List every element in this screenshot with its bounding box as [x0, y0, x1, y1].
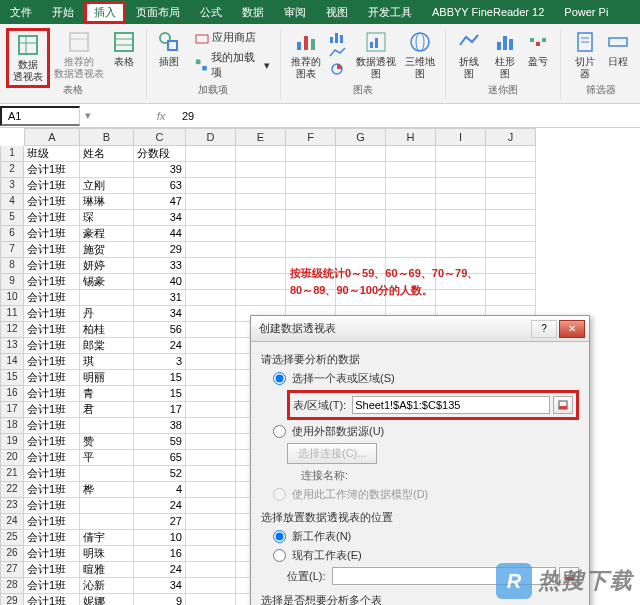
cell[interactable]	[486, 290, 536, 306]
cell[interactable]	[386, 178, 436, 194]
cell[interactable]: 会计1班	[24, 354, 80, 370]
cell[interactable]	[386, 194, 436, 210]
cell[interactable]: 31	[134, 290, 186, 306]
cell[interactable]	[286, 162, 336, 178]
cell[interactable]	[186, 402, 236, 418]
cell[interactable]	[186, 258, 236, 274]
cell[interactable]	[286, 210, 336, 226]
sparkline-winloss-button[interactable]: 盈亏	[522, 28, 554, 82]
cell[interactable]	[486, 146, 536, 162]
row-header[interactable]: 29	[0, 594, 24, 605]
radio-select-range[interactable]: 选择一个表或区域(S)	[273, 371, 579, 386]
formula-input[interactable]: 29	[176, 108, 640, 124]
cell[interactable]: 施贺	[80, 242, 134, 258]
cell[interactable]	[286, 226, 336, 242]
row-header[interactable]: 10	[0, 290, 24, 306]
cell[interactable]	[386, 162, 436, 178]
cell[interactable]: 君	[80, 402, 134, 418]
table-button[interactable]: 表格	[108, 28, 140, 88]
row-header[interactable]: 11	[0, 306, 24, 322]
cell[interactable]: 24	[134, 498, 186, 514]
cell[interactable]: 分数段	[134, 146, 186, 162]
cell[interactable]	[486, 162, 536, 178]
cell[interactable]: 会计1班	[24, 594, 80, 605]
cell[interactable]	[186, 530, 236, 546]
cell[interactable]	[236, 162, 286, 178]
cell[interactable]	[186, 354, 236, 370]
row-header[interactable]: 21	[0, 466, 24, 482]
cell[interactable]: 豪程	[80, 226, 134, 242]
row-header[interactable]: 26	[0, 546, 24, 562]
cell[interactable]: 38	[134, 418, 186, 434]
cell[interactable]	[186, 386, 236, 402]
cell[interactable]: 姓名	[80, 146, 134, 162]
cell[interactable]	[80, 418, 134, 434]
cell[interactable]: 会计1班	[24, 370, 80, 386]
cell[interactable]	[386, 146, 436, 162]
cell[interactable]: 琪	[80, 354, 134, 370]
cell[interactable]	[336, 178, 386, 194]
cell[interactable]: 15	[134, 386, 186, 402]
cell[interactable]	[286, 242, 336, 258]
recommended-pivot-button[interactable]: 推荐的 数据透视表	[50, 28, 108, 88]
cell[interactable]	[186, 178, 236, 194]
cell[interactable]: 10	[134, 530, 186, 546]
cell[interactable]	[386, 242, 436, 258]
cell[interactable]	[186, 594, 236, 605]
cell[interactable]: 赞	[80, 434, 134, 450]
radio-new-sheet[interactable]: 新工作表(N)	[273, 529, 579, 544]
store-button[interactable]: 应用商店	[191, 28, 274, 47]
cell[interactable]: 会计1班	[24, 274, 80, 290]
cell[interactable]	[486, 274, 536, 290]
cell[interactable]	[386, 210, 436, 226]
cell[interactable]: 会计1班	[24, 242, 80, 258]
cell[interactable]	[80, 290, 134, 306]
pivot-chart-button[interactable]: 数据透视图	[351, 28, 401, 82]
cell[interactable]: 妍婷	[80, 258, 134, 274]
dialog-close-button[interactable]: ✕	[559, 320, 585, 338]
row-header[interactable]: 15	[0, 370, 24, 386]
cell[interactable]	[436, 162, 486, 178]
col-header[interactable]: C	[134, 128, 186, 146]
cell[interactable]: 倩宇	[80, 530, 134, 546]
row-header[interactable]: 5	[0, 210, 24, 226]
radio-data-model[interactable]: 使用此工作簿的数据模型(D)	[273, 487, 579, 502]
cell[interactable]	[186, 546, 236, 562]
tab-abbyy[interactable]: ABBYY FineReader 12	[422, 2, 554, 22]
cell[interactable]: 会计1班	[24, 562, 80, 578]
tab-home[interactable]: 开始	[42, 1, 84, 24]
cell[interactable]	[236, 178, 286, 194]
cell[interactable]: 27	[134, 514, 186, 530]
cell[interactable]	[286, 194, 336, 210]
cell[interactable]: 3	[134, 354, 186, 370]
cell[interactable]: 会计1班	[24, 226, 80, 242]
cell[interactable]	[80, 514, 134, 530]
col-header[interactable]: I	[436, 128, 486, 146]
fx-icon[interactable]: fx	[146, 110, 176, 122]
col-header[interactable]: H	[386, 128, 436, 146]
row-header[interactable]: 25	[0, 530, 24, 546]
cell[interactable]	[186, 562, 236, 578]
cell[interactable]: 班级	[24, 146, 80, 162]
cell[interactable]	[236, 258, 286, 274]
cell[interactable]: 63	[134, 178, 186, 194]
cell[interactable]	[236, 146, 286, 162]
cell[interactable]	[486, 178, 536, 194]
name-dropdown[interactable]: ▾	[80, 109, 96, 122]
row-header[interactable]: 20	[0, 450, 24, 466]
cell[interactable]: 会计1班	[24, 530, 80, 546]
tab-dev[interactable]: 开发工具	[358, 1, 422, 24]
cell[interactable]	[186, 338, 236, 354]
cell[interactable]: 立刚	[80, 178, 134, 194]
col-header[interactable]: F	[286, 128, 336, 146]
cell[interactable]: 15	[134, 370, 186, 386]
col-header[interactable]: J	[486, 128, 536, 146]
cell[interactable]: 会计1班	[24, 306, 80, 322]
cell[interactable]: 会计1班	[24, 178, 80, 194]
range-picker-button[interactable]	[553, 396, 573, 414]
cell[interactable]	[436, 242, 486, 258]
cell[interactable]: 会计1班	[24, 466, 80, 482]
row-header[interactable]: 28	[0, 578, 24, 594]
row-header[interactable]: 1	[0, 146, 24, 162]
cell[interactable]	[236, 290, 286, 306]
